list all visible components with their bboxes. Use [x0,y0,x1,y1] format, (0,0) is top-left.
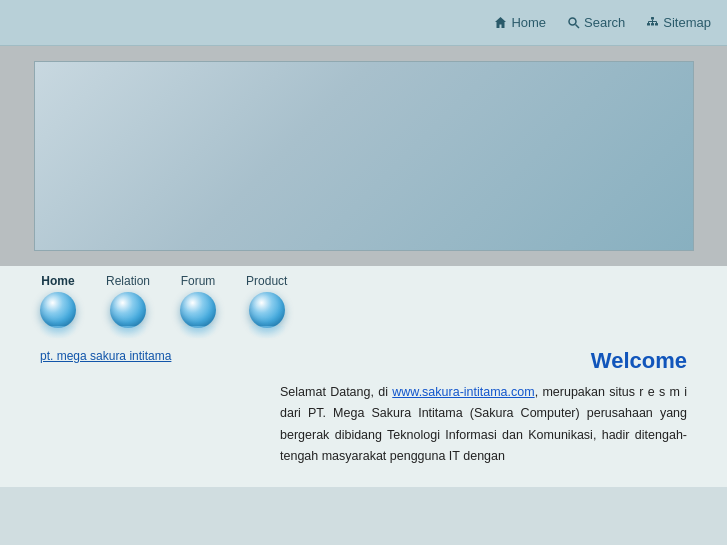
svg-rect-4 [651,23,654,26]
nav-sitemap-label: Sitemap [663,15,711,30]
left-panel: pt. mega sakura intitama [40,348,260,467]
subnav-relation[interactable]: Relation [106,274,150,338]
nav-home[interactable]: Home [493,15,546,30]
top-navigation: Home Search Sitemap [0,0,727,46]
home-icon [493,16,507,30]
subnav-home-label: Home [41,274,74,288]
welcome-intro: Selamat Datang, di [280,385,392,399]
subnav-home-ball [40,292,76,328]
subnav-home[interactable]: Home [40,274,76,338]
svg-line-1 [575,25,579,29]
welcome-title: Welcome [280,348,687,374]
content-section: pt. mega sakura intitama Welcome Selamat… [0,338,727,487]
subnav-product-ball [249,292,285,328]
nav-search[interactable]: Search [566,15,625,30]
svg-point-0 [569,18,576,25]
sub-navigation: Home Relation Forum Product [0,266,727,338]
subnav-product[interactable]: Product [246,274,287,338]
banner-image [34,61,694,251]
search-icon [566,16,580,30]
subnav-forum-label: Forum [181,274,216,288]
subnav-relation-reflection [110,326,146,338]
welcome-text: Selamat Datang, di www.sakura-intitama.c… [280,382,687,467]
svg-rect-5 [655,23,658,26]
sitemap-icon [645,16,659,30]
banner-area [0,46,727,266]
subnav-product-label: Product [246,274,287,288]
subnav-forum-reflection [180,326,216,338]
subnav-forum-ball [180,292,216,328]
subnav-product-reflection [249,326,285,338]
nav-sitemap[interactable]: Sitemap [645,15,711,30]
company-link[interactable]: www.sakura-intitama.com [392,385,534,399]
left-panel-link[interactable]: pt. mega sakura intitama [40,349,171,363]
subnav-home-reflection [40,326,76,338]
subnav-relation-label: Relation [106,274,150,288]
nav-search-label: Search [584,15,625,30]
subnav-forum[interactable]: Forum [180,274,216,338]
svg-rect-2 [651,17,654,20]
subnav-relation-ball [110,292,146,328]
main-wrapper: Home Relation Forum Product pt. mega sak… [0,266,727,487]
svg-rect-3 [647,23,650,26]
right-panel: Welcome Selamat Datang, di www.sakura-in… [280,348,687,467]
nav-home-label: Home [511,15,546,30]
